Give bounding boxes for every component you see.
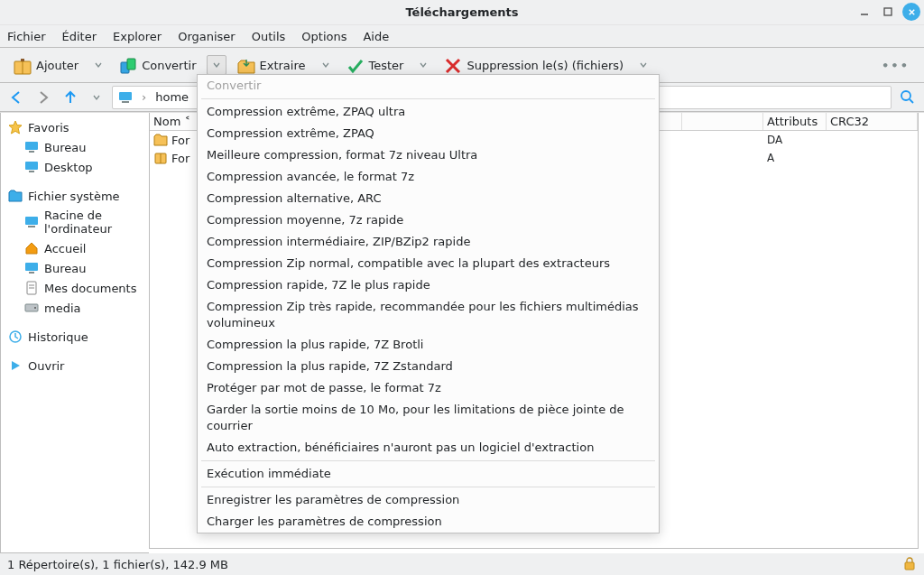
menu-item[interactable]: Compression extrême, ZPAQ xyxy=(198,123,659,144)
menu-item[interactable]: Compression la plus rapide, 7Z Zstandard xyxy=(198,356,659,377)
nav-up-button[interactable] xyxy=(60,87,81,108)
menu-bar: Fichier Éditer Explorer Organiser Outils… xyxy=(0,25,924,47)
maximize-button[interactable] xyxy=(879,3,897,21)
computer-icon xyxy=(118,90,133,105)
sidebar-item-media[interactable]: media xyxy=(5,299,145,317)
svg-rect-5 xyxy=(127,59,135,70)
menu-item[interactable]: Compression rapide, 7Z le plus rapide xyxy=(198,274,659,296)
sidebar-open[interactable]: Ouvrir xyxy=(5,357,145,375)
menu-separator xyxy=(201,98,655,99)
svg-rect-0 xyxy=(884,8,892,15)
svg-rect-13 xyxy=(25,217,38,225)
menu-item[interactable]: Compression moyenne, 7z rapide xyxy=(198,209,659,231)
sidebar: Favoris Bureau Desktop Fichier système R… xyxy=(0,113,149,553)
sidebar-filesystem[interactable]: Fichier système xyxy=(5,187,145,205)
svg-rect-6 xyxy=(119,92,132,100)
extract-dropdown[interactable] xyxy=(316,55,336,75)
sidebar-history[interactable]: Historique xyxy=(5,328,145,346)
svg-point-21 xyxy=(34,307,36,309)
col-crc[interactable]: CRC32 xyxy=(827,113,918,130)
sidebar-favorites[interactable]: Favoris xyxy=(5,118,145,136)
extract-label: Extraire xyxy=(260,59,306,72)
nav-forward-button[interactable] xyxy=(32,87,54,108)
menu-item: Convertir xyxy=(198,75,659,97)
crumb-home[interactable]: home› xyxy=(155,90,202,104)
menu-edit[interactable]: Éditer xyxy=(62,30,97,43)
minimize-button[interactable] xyxy=(855,3,873,21)
add-label: Ajouter xyxy=(36,59,79,72)
sidebar-item-desktop[interactable]: Desktop xyxy=(5,158,145,176)
svg-rect-7 xyxy=(122,101,129,103)
svg-rect-2 xyxy=(21,59,24,61)
col-ext[interactable] xyxy=(682,113,763,130)
nav-back-button[interactable] xyxy=(5,87,27,108)
menu-separator xyxy=(201,460,655,461)
play-icon xyxy=(8,358,23,373)
delete-dropdown[interactable] xyxy=(633,55,653,75)
folder-icon xyxy=(153,133,168,147)
menu-item[interactable]: Compression alternative, ARC xyxy=(198,188,659,209)
menu-item[interactable]: Garder la sortie moins de 10 Mo, pour le… xyxy=(198,399,659,437)
svg-point-8 xyxy=(901,91,910,100)
computer-icon xyxy=(24,215,39,229)
add-archive-icon xyxy=(13,56,31,74)
test-label: Tester xyxy=(369,59,404,72)
menu-item[interactable]: Compression Zip très rapide, recommandée… xyxy=(198,296,659,334)
title-bar: Téléchargements xyxy=(0,0,924,25)
folder-system-icon xyxy=(8,189,23,203)
menu-explore[interactable]: Explorer xyxy=(113,30,162,43)
svg-rect-16 xyxy=(29,272,34,274)
svg-rect-10 xyxy=(29,151,34,153)
convert-button[interactable]: Convertir xyxy=(113,52,201,78)
add-dropdown[interactable] xyxy=(88,55,108,75)
delete-label: Suppression le(s) (fichiers) xyxy=(467,59,624,72)
menu-item[interactable]: Compression Zip normal, compatible avec … xyxy=(198,253,659,274)
menu-item[interactable]: Auto extraction, bénéficiaires n'auront … xyxy=(198,437,659,459)
menu-tools[interactable]: Outils xyxy=(252,30,286,43)
menu-item[interactable]: Exécution immédiate xyxy=(198,463,659,485)
menu-options[interactable]: Options xyxy=(301,30,346,43)
status-text: 1 Répertoire(s), 1 fichier(s), 142.9 MB xyxy=(7,558,228,571)
menu-organize[interactable]: Organiser xyxy=(178,30,236,43)
sidebar-item-desktop2[interactable]: Bureau xyxy=(5,259,145,277)
desktop-icon xyxy=(24,140,39,154)
sidebar-item-bureau[interactable]: Bureau xyxy=(5,138,145,156)
menu-item[interactable]: Enregistrer les paramètres de compressio… xyxy=(198,489,659,511)
menu-item[interactable]: Meilleure compression, format 7z niveau … xyxy=(198,144,659,166)
menu-help[interactable]: Aide xyxy=(363,30,389,43)
menu-item[interactable]: Protéger par mot de passe, le format 7z xyxy=(198,377,659,399)
extract-icon xyxy=(236,56,254,74)
menu-item[interactable]: Compression extrême, ZPAQ ultra xyxy=(198,101,659,123)
toolbar-overflow[interactable]: ••• xyxy=(874,59,917,72)
sidebar-item-docs[interactable]: Mes documents xyxy=(5,279,145,297)
col-attrs[interactable]: Attributs xyxy=(763,113,827,130)
check-icon xyxy=(346,56,364,74)
menu-separator xyxy=(201,487,655,487)
sidebar-item-home[interactable]: Accueil xyxy=(5,239,145,257)
svg-rect-25 xyxy=(905,562,914,570)
convert-label: Convertir xyxy=(142,59,196,72)
search-button[interactable] xyxy=(897,87,919,108)
test-dropdown[interactable] xyxy=(413,55,433,75)
documents-icon xyxy=(24,281,39,295)
sidebar-item-root[interactable]: Racine de l'ordinateur xyxy=(5,207,145,237)
menu-item[interactable]: Charger les paramètres de compression xyxy=(198,511,659,533)
close-button[interactable] xyxy=(902,3,920,21)
convert-dropdown[interactable] xyxy=(207,55,226,75)
svg-rect-15 xyxy=(25,263,38,271)
menu-item[interactable]: Compression avancée, le format 7z xyxy=(198,166,659,188)
status-bar: 1 Répertoire(s), 1 fichier(s), 142.9 MB xyxy=(0,553,924,575)
drive-icon xyxy=(24,301,39,315)
desktop-icon xyxy=(24,261,39,275)
add-button[interactable]: Ajouter xyxy=(7,52,84,78)
convert-dropdown-menu: ConvertirCompression extrême, ZPAQ ultra… xyxy=(197,74,660,533)
menu-item[interactable]: Compression la plus rapide, 7Z Brotli xyxy=(198,334,659,356)
svg-rect-12 xyxy=(29,171,34,172)
lock-icon xyxy=(902,556,917,573)
menu-item[interactable]: Compression intermédiaire, ZIP/BZip2 rap… xyxy=(198,231,659,253)
svg-rect-14 xyxy=(28,226,35,227)
nav-history-dropdown[interactable] xyxy=(87,88,106,107)
menu-file[interactable]: Fichier xyxy=(7,30,46,43)
delete-x-icon xyxy=(443,56,461,74)
archive-icon xyxy=(153,151,168,165)
